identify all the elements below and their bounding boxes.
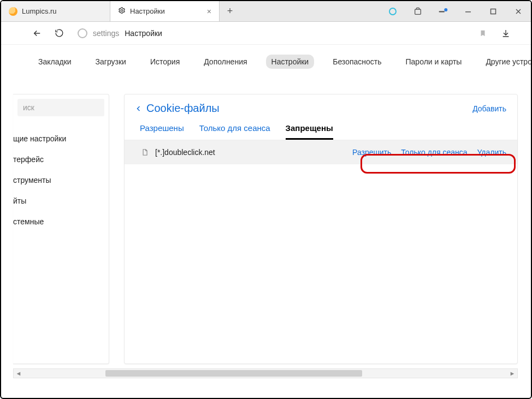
menu-addons[interactable]: Дополнения: [198, 55, 252, 69]
back-button[interactable]: [29, 26, 45, 41]
svg-rect-5: [465, 11, 471, 13]
tab-strip: Lumpics.ru Настройки × +: [1, 1, 531, 22]
window-controls: [380, 1, 531, 21]
scroll-track[interactable]: [23, 369, 507, 378]
cookie-rule-row[interactable]: [*.]doubleclick.net Разрешить Только для…: [125, 140, 517, 164]
sidebar-item-general[interactable]: щие настройки: [13, 128, 109, 149]
svg-point-4: [444, 8, 447, 11]
address-secondary: settings: [93, 29, 119, 38]
menu-settings[interactable]: Настройки: [266, 55, 315, 69]
sidebar-item-tools[interactable]: струменты: [13, 170, 109, 190]
settings-sidebar: иск щие настройки терфейс струменты йты …: [13, 94, 109, 364]
action-delete[interactable]: Удалить: [477, 148, 506, 157]
address-primary: Настройки: [125, 29, 162, 38]
browser-window: Lumpics.ru Настройки × +: [0, 0, 532, 399]
settings-main-pane: Cookie-файлы Добавить Разрешены Только д…: [124, 94, 518, 364]
maximize-button[interactable]: [481, 1, 506, 21]
extensions-icon[interactable]: [405, 1, 430, 21]
menu-downloads[interactable]: Загрузки: [90, 55, 132, 69]
cookie-subtabs: Разрешены Только для сеанса Запрещены: [125, 118, 517, 140]
scroll-left-icon[interactable]: ◄: [14, 370, 23, 377]
subtab-allowed[interactable]: Разрешены: [140, 123, 184, 140]
notifications-icon[interactable]: [430, 1, 456, 21]
add-cookie-rule-link[interactable]: Добавить: [472, 104, 506, 113]
search-engine-icon: [78, 28, 87, 38]
content-area: иск щие настройки терфейс струменты йты …: [1, 94, 531, 388]
menu-devices[interactable]: Другие устройства: [480, 55, 532, 69]
sidebar-item-sites[interactable]: йты: [13, 190, 109, 211]
assistant-icon[interactable]: [380, 1, 405, 21]
document-icon: [141, 148, 149, 157]
subtab-blocked[interactable]: Запрещены: [286, 123, 333, 140]
reload-button[interactable]: [51, 26, 67, 41]
subtab-session[interactable]: Только для сеанса: [199, 123, 270, 140]
page-title: Cookie-файлы: [146, 102, 220, 115]
tab-title: Настройки: [130, 7, 165, 15]
sidebar-search-input[interactable]: иск: [17, 99, 104, 116]
svg-point-1: [389, 8, 396, 15]
toolbar: settings Настройки: [1, 22, 531, 45]
new-tab-button[interactable]: +: [220, 1, 240, 21]
menu-history[interactable]: История: [145, 55, 185, 69]
cookie-domain: [*.]doubleclick.net: [155, 148, 215, 157]
tab-settings[interactable]: Настройки ×: [110, 1, 220, 21]
bookmark-button[interactable]: [475, 26, 490, 41]
sidebar-item-interface[interactable]: терфейс: [13, 149, 109, 170]
tab-title: Lumpics.ru: [22, 7, 57, 15]
svg-rect-2: [415, 9, 421, 14]
close-window-button[interactable]: [506, 1, 531, 21]
svg-rect-3: [439, 11, 445, 12]
minimize-button[interactable]: [456, 1, 481, 21]
address-bar[interactable]: settings Настройки: [73, 25, 469, 41]
gear-icon: [118, 7, 126, 16]
cookies-back-title[interactable]: Cookie-файлы: [135, 102, 220, 115]
scroll-thumb[interactable]: [105, 370, 362, 377]
menu-bookmarks[interactable]: Закладки: [33, 55, 77, 69]
action-session[interactable]: Только для сеанса: [401, 148, 467, 157]
cookie-row-actions: Разрешить Только для сеанса Удалить: [352, 148, 506, 157]
menu-security[interactable]: Безопасность: [327, 55, 387, 69]
menu-passwords[interactable]: Пароли и карты: [400, 55, 468, 69]
svg-rect-6: [491, 9, 496, 14]
svg-point-0: [121, 9, 123, 11]
site-favicon-icon: [9, 7, 17, 16]
sidebar-item-system[interactable]: стемные: [13, 211, 109, 232]
chevron-left-icon: [135, 104, 142, 113]
close-tab-icon[interactable]: ×: [207, 7, 211, 16]
scroll-right-icon[interactable]: ►: [507, 370, 517, 377]
downloads-button[interactable]: [498, 26, 513, 41]
horizontal-scrollbar[interactable]: ◄ ►: [13, 368, 518, 378]
action-allow[interactable]: Разрешить: [352, 148, 391, 157]
tab-lumpics[interactable]: Lumpics.ru: [1, 1, 110, 21]
toolbar-right: [475, 26, 524, 41]
settings-menubar: Закладки Загрузки История Дополнения Нас…: [1, 45, 531, 76]
